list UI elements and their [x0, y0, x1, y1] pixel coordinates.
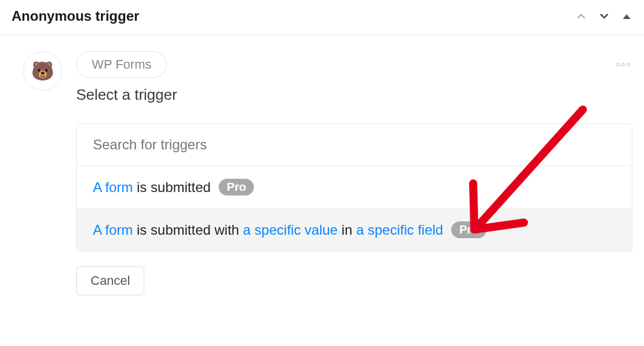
wpforms-icon: 🐻: [31, 62, 54, 80]
top-row: WP Forms: [76, 51, 632, 78]
trigger-dropdown: A form is submitted ProA form is submitt…: [76, 123, 632, 251]
main-column: WP Forms Select a trigger A form is subm…: [76, 51, 632, 295]
cancel-wrap: Cancel: [76, 266, 632, 295]
trigger-option[interactable]: A form is submitted with a specific valu…: [77, 208, 632, 251]
trigger-option-text: A form is submitted: [93, 179, 211, 195]
collapse-triangle-icon[interactable]: [621, 10, 632, 22]
integration-chip-label: WP Forms: [92, 57, 151, 72]
integration-avatar: 🐻: [23, 51, 62, 91]
panel-title: Anonymous trigger: [12, 8, 139, 24]
avatar-wrap: 🐻: [23, 51, 62, 295]
search-input[interactable]: [77, 124, 632, 166]
pro-badge: Pro: [219, 179, 254, 195]
trigger-option-text: A form is submitted with a specific valu…: [93, 222, 443, 238]
section-subtitle: Select a trigger: [76, 86, 632, 104]
cancel-button-label: Cancel: [91, 273, 130, 288]
panel-body: 🐻 WP Forms Select a trigger A form is su…: [0, 35, 644, 307]
svg-marker-0: [623, 14, 630, 19]
chevron-up-icon[interactable]: [575, 10, 587, 22]
trigger-option[interactable]: A form is submitted Pro: [77, 166, 632, 208]
more-options-icon[interactable]: [616, 63, 632, 66]
integration-chip[interactable]: WP Forms: [76, 51, 167, 78]
chevron-down-icon[interactable]: [598, 10, 611, 22]
header-controls: [575, 10, 632, 22]
pro-badge: Pro: [451, 221, 486, 238]
panel-header: Anonymous trigger: [0, 0, 644, 35]
cancel-button[interactable]: Cancel: [76, 266, 144, 295]
